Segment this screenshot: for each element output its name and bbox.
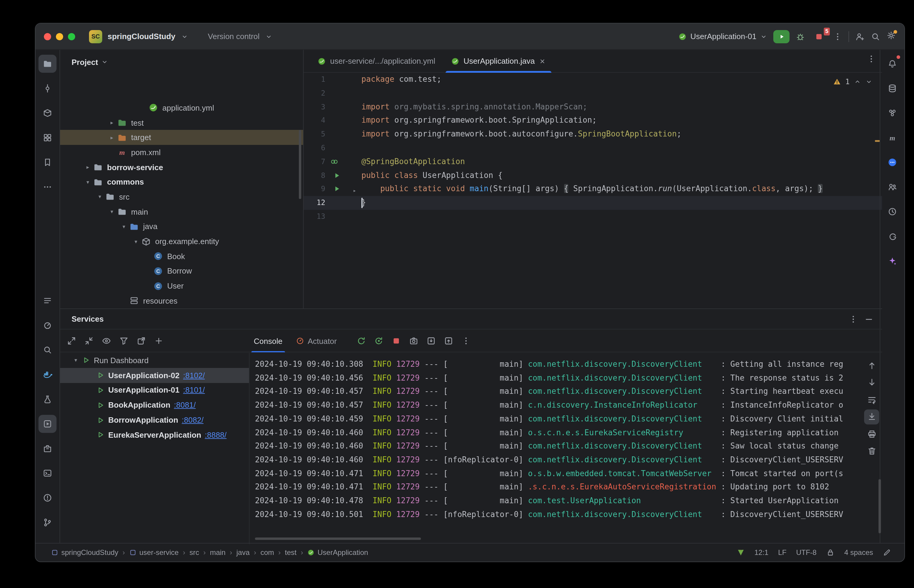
tree-toggle-icon[interactable]: ▾ — [119, 224, 129, 230]
import-box-button[interactable] — [423, 333, 438, 349]
tree-toggle-icon[interactable]: ▸ — [83, 164, 93, 170]
project-scrollbar[interactable] — [299, 130, 301, 199]
eye-button[interactable] — [99, 333, 114, 349]
problems-tool-button[interactable] — [39, 489, 57, 507]
code-line-1[interactable]: 1package com.test; — [304, 73, 882, 87]
vcs-chevron-icon[interactable] — [265, 33, 272, 40]
beans-icon[interactable] — [330, 158, 339, 166]
print-button[interactable] — [864, 426, 879, 441]
ai-sparkle-tool-button[interactable] — [883, 252, 901, 270]
breadcrumb-item[interactable]: main — [210, 548, 226, 557]
open-new-button[interactable] — [134, 333, 149, 349]
project-view-chevron-icon[interactable] — [101, 58, 108, 66]
code-line-6[interactable]: 6 — [304, 141, 882, 155]
endpoints-tool-button[interactable] — [39, 316, 57, 334]
file-encoding[interactable]: UTF-8 — [796, 548, 817, 557]
caret-position[interactable]: 12:1 — [754, 548, 769, 557]
database-tool-button[interactable] — [883, 79, 901, 97]
project-panel-header[interactable]: Project — [60, 50, 303, 74]
breadcrumb-item[interactable]: com — [260, 548, 274, 557]
service-item-EurekaServerApplication[interactable]: EurekaServerApplication:8888/ — [60, 428, 249, 443]
expand-button[interactable] — [64, 333, 79, 349]
console-output[interactable]: 2024-10-19 09:40:10.308 INFO 12729 --- [… — [255, 358, 859, 525]
run-tri-icon[interactable] — [333, 185, 341, 193]
console-horizontal-scrollbar[interactable] — [255, 538, 421, 540]
artifacts-tool-button[interactable] — [39, 439, 57, 457]
tab-userapplication-java[interactable]: UserApplication.java — [443, 50, 554, 73]
vcs-menu[interactable]: Version control — [208, 32, 260, 41]
maven-gray-tool-button[interactable]: m — [883, 129, 901, 147]
service-port-link[interactable]: :8081/ — [174, 401, 196, 410]
tree-item-commons[interactable]: ▾commons — [60, 174, 303, 189]
tab-application-yml[interactable]: user-service/.../application.yml — [310, 50, 443, 73]
service-port-link[interactable]: :8101/ — [183, 386, 205, 395]
breadcrumb-item[interactable]: java — [236, 548, 250, 557]
tree-item-pom.xml[interactable]: mpom.xml — [60, 145, 303, 160]
vim-icon[interactable] — [736, 548, 745, 557]
lock-icon[interactable] — [826, 548, 835, 557]
docker-tool-button[interactable] — [39, 365, 57, 384]
service-port-link[interactable]: :8102/ — [183, 371, 205, 380]
wrap-button[interactable] — [864, 392, 879, 407]
tree-toggle-icon[interactable]: ▾ — [107, 208, 117, 215]
arrow-up-button[interactable] — [864, 358, 879, 373]
stop-red-button[interactable] — [388, 333, 404, 349]
dependencies-tool-button[interactable] — [39, 390, 57, 408]
project-menu-chevron-icon[interactable] — [181, 33, 188, 40]
breadcrumb-item[interactable]: UserApplication — [307, 548, 368, 557]
code-line-13[interactable]: 13 — [304, 210, 882, 224]
run-button[interactable] — [773, 30, 790, 43]
close-window-button[interactable] — [44, 33, 51, 40]
terminal-tool-button[interactable] — [39, 464, 57, 482]
code-line-7[interactable]: 7@SpringBootApplication — [304, 155, 882, 169]
build-tool-button[interactable] — [39, 104, 57, 122]
line-separator[interactable]: LF — [778, 548, 786, 557]
filter-button[interactable] — [116, 333, 131, 349]
find-tool-button[interactable] — [39, 341, 57, 359]
kebab-button[interactable] — [458, 333, 473, 349]
tree-item-src[interactable]: ▾src — [60, 189, 303, 204]
breadcrumb-item[interactable]: src — [189, 548, 199, 557]
console-vertical-scrollbar[interactable] — [878, 479, 881, 533]
tree-toggle-icon[interactable]: ▾ — [71, 357, 81, 363]
service-item-UserApplication-02[interactable]: UserApplication-02:8102/ — [60, 368, 249, 383]
tree-toggle-icon[interactable]: ▸ — [107, 134, 117, 141]
history-tool-button[interactable] — [883, 203, 901, 221]
project-folder-tool-button[interactable] — [39, 55, 57, 73]
code-line-9[interactable]: 9▸ public static void main(String[] args… — [304, 183, 882, 196]
services-tool-button[interactable] — [39, 415, 57, 433]
tree-item-borrow-service[interactable]: ▸borrow-service — [60, 160, 303, 174]
git-branch-tool-button[interactable] — [39, 514, 57, 531]
code-line-12[interactable]: 12} — [304, 196, 882, 210]
code-line-3[interactable]: 3import org.mybatis.spring.annotation.Ma… — [304, 100, 882, 114]
code-line-5[interactable]: 5import org.springframework.boot.autocon… — [304, 128, 882, 141]
gradle-tool-button[interactable] — [883, 227, 901, 245]
service-item-Run Dashboard[interactable]: ▾Run Dashboard — [60, 353, 249, 368]
tab-actuator[interactable]: Actuator — [293, 330, 339, 352]
search-everywhere-button[interactable] — [871, 32, 880, 41]
tree-item-Borrow[interactable]: CBorrow — [60, 263, 303, 278]
todo-tool-button[interactable] — [39, 292, 57, 310]
service-port-link[interactable]: :8888/ — [205, 430, 226, 439]
debug-button[interactable] — [796, 32, 805, 41]
run-configuration-select[interactable]: UserApplication-01 — [678, 32, 767, 41]
tree-item-resources[interactable]: resources — [60, 293, 303, 308]
code-editor[interactable]: 1 1package com.test;23import org.mybatis… — [304, 73, 882, 309]
tree-item-main[interactable]: ▾main — [60, 204, 303, 219]
run-tri-icon[interactable] — [333, 171, 341, 179]
tree-item-Book[interactable]: CBook — [60, 249, 303, 263]
tree-toggle-icon[interactable]: ▾ — [83, 179, 93, 185]
tree-item-User[interactable]: CUser — [60, 279, 303, 293]
service-port-link[interactable]: :8082/ — [182, 415, 203, 425]
tree-item-org.example.entity[interactable]: ▾org.example.entity — [60, 234, 303, 249]
run-config-chevron-icon[interactable] — [760, 33, 767, 40]
indent-setting[interactable]: 4 spaces — [844, 548, 873, 557]
collaborators-tool-button[interactable] — [883, 178, 901, 196]
service-item-BorrowApplication[interactable]: BorrowApplication:8082/ — [60, 412, 249, 428]
commit-tool-button[interactable] — [39, 79, 57, 97]
hide-services-button[interactable] — [864, 314, 874, 324]
tree-item-test[interactable]: ▸test — [60, 115, 303, 130]
service-item-UserApplication-01[interactable]: UserApplication-01:8101/ — [60, 383, 249, 398]
tree-item-application.yml[interactable]: application.yml — [60, 100, 303, 115]
structure-tool-button[interactable] — [39, 129, 57, 147]
